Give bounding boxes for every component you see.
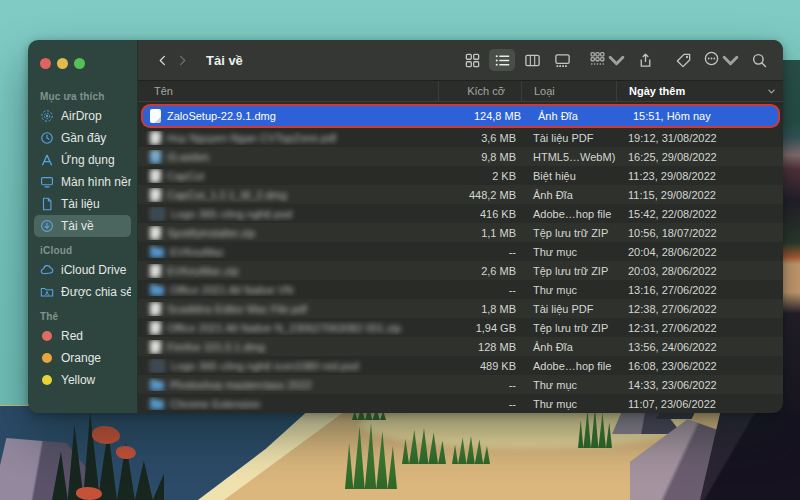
more-options-button[interactable] xyxy=(709,49,733,71)
sidebar-item-ung-dung[interactable]: Ứng dụng xyxy=(34,149,131,171)
table-row[interactable]: Firefox 101.0.1.dmg128 MBẢnh Đĩa13:56, 2… xyxy=(138,337,783,356)
file-kind-cell: Thư mục xyxy=(521,284,616,296)
file-name: CapCut_1.2.1_M_2.dmg xyxy=(167,189,287,201)
table-row[interactable]: Photoshop masterclass 2022--Thư mục14:33… xyxy=(138,375,783,394)
table-row[interactable]: Huy Nguyen Ngan CVTopZone.pdf3,6 MBTài l… xyxy=(138,128,783,147)
table-row[interactable]: iS.webm9,8 MBHTML5…WebM)16:25, 29/08/202… xyxy=(138,147,783,166)
column-header-ten[interactable]: Tên xyxy=(138,81,438,101)
grid-view-button[interactable] xyxy=(459,49,485,71)
table-row[interactable]: CapCut_1.2.1_M_2.dmg448,2 MBẢnh Đĩa11:15… xyxy=(138,185,783,204)
sidebar-item-tai-lieu[interactable]: Tài liệu xyxy=(34,193,131,215)
search-button[interactable] xyxy=(747,49,771,71)
table-row[interactable]: Office 2021 All Native N_230627063082 00… xyxy=(138,318,783,337)
group-by-button[interactable] xyxy=(595,49,619,71)
column-header-loai[interactable]: Loại xyxy=(521,81,616,101)
back-button[interactable] xyxy=(152,48,172,72)
file-name-wrap: Chrome Extension xyxy=(150,397,261,410)
table-row[interactable]: Logo 365 công nghệ.psd416 KBAdobe…hop fi… xyxy=(138,204,783,223)
cloud-icon xyxy=(40,263,54,277)
table-row[interactable]: Scaddins Editor Mac File.pdf1,8 MBTài li… xyxy=(138,299,783,318)
file-date-cell: 11:15, 29/08/2022 xyxy=(616,189,783,201)
sidebar: Mục ưa thíchAirDropGần đâyỨng dụngMàn hì… xyxy=(28,40,138,413)
column-header-label: Kích cỡ xyxy=(467,85,505,97)
app-icon xyxy=(40,153,54,167)
file-name-wrap: CapCut_1.2.1_M_2.dmg xyxy=(150,188,287,202)
file-name: Chrome Extension xyxy=(170,398,261,410)
table-row[interactable]: Spotifyinstaller.zip1,1 MBTệp lưu trữ ZI… xyxy=(138,223,783,242)
file-size-cell: -- xyxy=(438,398,521,410)
sidebar-item-orange[interactable]: Orange xyxy=(34,347,131,369)
sidebar-item-label: Ứng dụng xyxy=(61,153,115,167)
close-button[interactable] xyxy=(40,58,51,69)
table-row[interactable]: EVKeyMac.zip2,6 MBTệp lưu trữ ZIP20:03, … xyxy=(138,261,783,280)
sidebar-item-icloud-drive[interactable]: iCloud Drive xyxy=(34,259,131,281)
sidebar-item-label: Được chia sẻ xyxy=(61,285,131,299)
file-name-wrap: Huy Nguyen Ngan CVTopZone.pdf xyxy=(150,131,336,145)
folder-icon xyxy=(150,381,164,391)
table-row[interactable]: Chrome Extension--Thư mục11:07, 23/06/20… xyxy=(138,394,783,413)
file-name-cell: CapCut xyxy=(138,169,438,183)
file-size-cell: -- xyxy=(438,284,521,296)
file-name-cell: Office 2021 All Native VN xyxy=(138,283,438,296)
sidebar-item-gan-day[interactable]: Gần đây xyxy=(34,127,131,149)
file-size-cell: 9,8 MB xyxy=(438,151,521,163)
sidebar-item-airdrop[interactable]: AirDrop xyxy=(34,105,131,127)
sidebar-item-man-hinh-nen[interactable]: Màn hình nền xyxy=(34,171,131,193)
forward-button[interactable] xyxy=(172,48,192,72)
sidebar-item-duoc-chia-se[interactable]: Được chia sẻ xyxy=(34,281,131,303)
file-date-cell: 20:03, 28/06/2022 xyxy=(616,265,783,277)
column-view-button[interactable] xyxy=(519,49,545,71)
file-name-cell: Huy Nguyen Ngan CVTopZone.pdf xyxy=(138,131,438,145)
clock-icon xyxy=(40,131,54,145)
file-name-wrap: Firefox 101.0.1.dmg xyxy=(150,340,265,354)
sidebar-item-red[interactable]: Red xyxy=(34,325,131,347)
file-kind-cell: HTML5…WebM) xyxy=(521,151,616,163)
file-kind-cell: Adobe…hop file xyxy=(521,208,616,220)
table-row[interactable]: CapCut2 KBBiệt hiệu11:23, 29/08/2022 xyxy=(138,166,783,185)
table-row[interactable]: ZaloSetup-22.9.1.dmg124,8 MBẢnh Đĩa15:51… xyxy=(143,106,778,126)
file-name: EVKeyMac xyxy=(170,246,224,258)
sidebar-item-tai-ve[interactable]: Tài về xyxy=(34,215,131,237)
file-icon xyxy=(150,264,161,278)
table-row[interactable]: Office 2021 All Native VN--Thư mục13:16,… xyxy=(138,280,783,299)
file-date-cell: 12:38, 27/06/2022 xyxy=(616,303,783,315)
file-name: Spotifyinstaller.zip xyxy=(167,227,255,239)
file-size-cell: 1,94 GB xyxy=(438,322,521,334)
minimize-button[interactable] xyxy=(57,58,68,69)
file-size-cell: 1,8 MB xyxy=(438,303,521,315)
zoom-button[interactable] xyxy=(74,58,85,69)
file-name-cell: iS.webm xyxy=(138,150,438,164)
finder-window: Mục ưa thíchAirDropGần đâyỨng dụngMàn hì… xyxy=(28,40,783,413)
list-view-button[interactable] xyxy=(489,49,515,71)
file-name-wrap: Photoshop masterclass 2022 xyxy=(150,378,312,391)
table-row[interactable]: Logo 365 công nghệ icon1080 red.psd489 K… xyxy=(138,356,783,375)
file-date-cell: 15:51, Hôm nay xyxy=(621,110,778,122)
sidebar-item-label: Red xyxy=(61,329,83,343)
file-name-cell: Chrome Extension xyxy=(138,397,438,410)
sidebar-section-header: Mục ưa thích xyxy=(28,83,137,105)
table-row[interactable]: EVKeyMac--Thư mục20:04, 28/06/2022 xyxy=(138,242,783,261)
tag-button[interactable] xyxy=(671,49,695,71)
window-title: Tải về xyxy=(206,53,243,68)
download-icon xyxy=(40,219,54,233)
file-size-cell: -- xyxy=(438,246,521,258)
file-kind-cell: Tài liệu PDF xyxy=(521,303,616,315)
file-name: Huy Nguyen Ngan CVTopZone.pdf xyxy=(167,132,336,144)
flower xyxy=(76,487,102,500)
column-header-label: Tên xyxy=(154,85,173,97)
file-size-cell: 416 KB xyxy=(438,208,521,220)
sidebar-item-yellow[interactable]: Yellow xyxy=(34,369,131,391)
file-date-cell: 16:25, 29/08/2022 xyxy=(616,151,783,163)
chevron-down-icon xyxy=(608,52,625,69)
file-name: iS.webm xyxy=(167,151,209,163)
sidebar-section-header: Thẻ xyxy=(28,303,137,325)
column-header-label: Loại xyxy=(534,85,555,97)
share-button[interactable] xyxy=(633,49,657,71)
traffic-lights xyxy=(28,52,137,83)
column-header-ngay-them[interactable]: Ngày thêm xyxy=(616,81,783,101)
gallery-view-button[interactable] xyxy=(549,49,575,71)
tag-dot xyxy=(42,353,52,363)
file-date-cell: 14:33, 23/06/2022 xyxy=(616,379,783,391)
column-header-kich-co[interactable]: Kích cỡ xyxy=(438,81,521,101)
file-kind-cell: Tài liệu PDF xyxy=(521,132,616,144)
